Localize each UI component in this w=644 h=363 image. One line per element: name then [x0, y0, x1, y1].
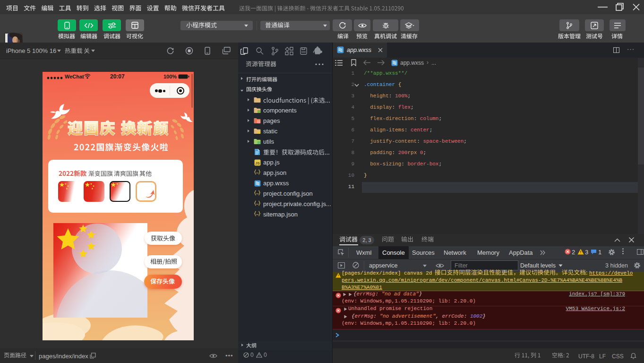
- svg-text:JS: JS: [255, 161, 260, 165]
